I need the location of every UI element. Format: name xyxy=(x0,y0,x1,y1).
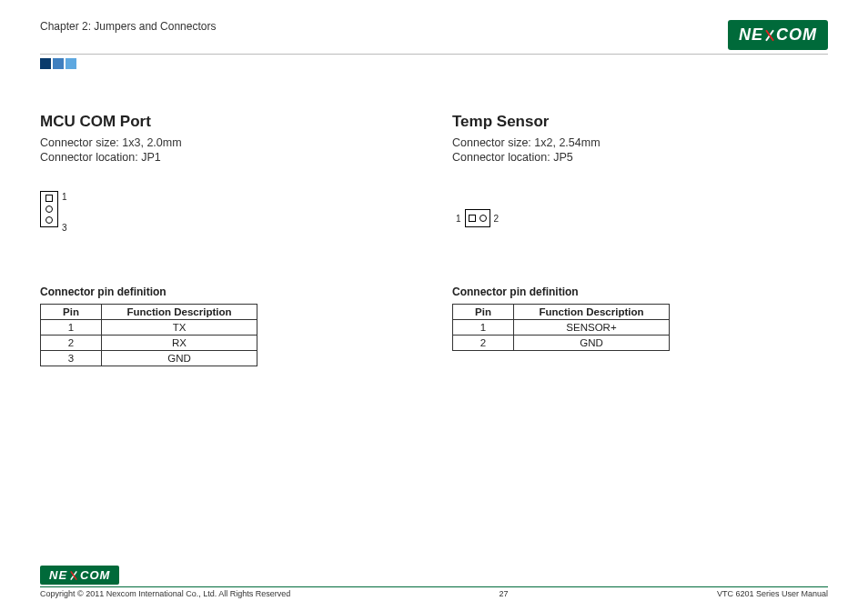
manual-title: VTC 6201 Series User Manual xyxy=(717,589,828,598)
table-row: 1 SENSOR+ xyxy=(453,320,670,336)
pin-label-1: 1 xyxy=(62,191,67,204)
connector-size: Connector size: 1x3, 2.0mm xyxy=(40,136,416,149)
section-temp-sensor: Temp Sensor Connector size: 1x2, 2.54mm … xyxy=(452,113,828,366)
connector-diagram-jp1: 1 3 xyxy=(40,191,416,245)
pin-housing xyxy=(40,191,58,227)
pin-1-icon xyxy=(45,195,53,202)
connector-size: Connector size: 1x2, 2.54mm xyxy=(452,136,828,149)
section-mcu-com-port: MCU COM Port Connector size: 1x3, 2.0mm … xyxy=(40,113,416,366)
section-title: Temp Sensor xyxy=(452,113,828,131)
cell-func: GND xyxy=(102,351,257,366)
connector-location: Connector location: JP5 xyxy=(452,151,828,164)
page-number: 27 xyxy=(500,589,509,598)
footer-rule xyxy=(40,586,828,587)
table-row: 3 GND xyxy=(41,351,257,366)
cell-func: RX xyxy=(102,336,257,351)
pin-label-1: 1 xyxy=(456,214,461,224)
section-title: MCU COM Port xyxy=(40,113,416,131)
connector-location: Connector location: JP1 xyxy=(40,151,416,164)
page-footer: NECOM Copyright © 2011 Nexcom Internatio… xyxy=(40,566,828,598)
pin-2-icon xyxy=(479,215,487,222)
table-caption: Connector pin definition xyxy=(452,285,828,298)
cell-pin: 2 xyxy=(453,336,514,351)
pin-housing xyxy=(465,209,490,227)
table-caption: Connector pin definition xyxy=(40,285,416,298)
header-rule xyxy=(40,54,828,55)
pin-3-icon xyxy=(45,216,53,224)
pin-2-icon xyxy=(45,205,53,213)
pin-table-jp5: Pin Function Description 1 SENSOR+ 2 GND xyxy=(452,304,670,351)
connector-diagram-jp5: 1 2 xyxy=(452,191,828,245)
table-row: 2 RX xyxy=(41,336,257,351)
th-pin: Pin xyxy=(453,305,514,320)
th-func: Function Description xyxy=(102,305,257,320)
decorative-squares xyxy=(40,58,828,69)
cell-pin: 1 xyxy=(453,320,514,336)
cell-func: SENSOR+ xyxy=(514,320,670,336)
copyright-text: Copyright © 2011 Nexcom International Co… xyxy=(40,589,290,598)
th-pin: Pin xyxy=(41,305,102,320)
cell-func: TX xyxy=(102,320,257,336)
chapter-title: Chapter 2: Jumpers and Connectors xyxy=(40,20,216,33)
cell-pin: 1 xyxy=(41,320,102,336)
pin-1-icon xyxy=(469,215,476,222)
table-row: 1 TX xyxy=(41,320,257,336)
cell-func: GND xyxy=(514,336,670,351)
table-row: 2 GND xyxy=(453,336,670,351)
brand-logo: NECOM xyxy=(728,20,828,50)
pin-label-2: 2 xyxy=(494,214,500,224)
cell-pin: 3 xyxy=(41,351,102,366)
cell-pin: 2 xyxy=(41,336,102,351)
pin-label-3: 3 xyxy=(62,222,67,235)
th-func: Function Description xyxy=(514,305,670,320)
brand-logo-footer: NECOM xyxy=(40,566,119,585)
pin-table-jp1: Pin Function Description 1 TX 2 RX 3 xyxy=(40,304,257,366)
